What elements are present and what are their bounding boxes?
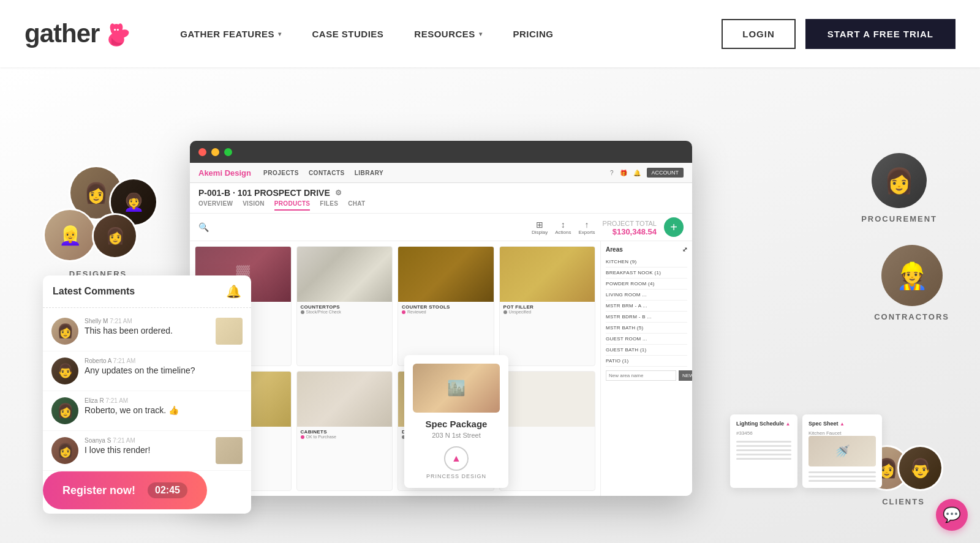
area-item-kitchen[interactable]: KITCHEN (9) bbox=[606, 257, 687, 268]
comment-avatar-1: 👨 bbox=[51, 358, 78, 384]
spec-package-title: Spec Package bbox=[413, 419, 500, 429]
nav-item-features[interactable]: GATHER FEATURES ▾ bbox=[180, 29, 281, 39]
procurement-section: 👩 PROCUREMENT bbox=[861, 153, 937, 223]
display-button[interactable]: ⊞ Display bbox=[532, 220, 548, 235]
bell-icon-comment[interactable]: 🔔 bbox=[226, 284, 241, 299]
spec-sheet-subtitle: Kitchen Faucet bbox=[809, 430, 876, 436]
area-item-mstr-bath[interactable]: MSTR BATH (5) bbox=[606, 323, 687, 334]
contractors-section: 👷 CONTRACTORS bbox=[874, 245, 949, 321]
app-nav-contacts[interactable]: CONTACTS bbox=[309, 170, 345, 176]
product-image-placeholder bbox=[500, 372, 595, 427]
toolbar-right: ⊞ Display ↕ Actions ↑ Exports PROJECT TO… bbox=[532, 217, 684, 237]
product-status-cabinets: OK to Purchase bbox=[301, 435, 389, 439]
project-total: PROJECT TOTAL $130,348.54 bbox=[603, 219, 657, 236]
spec-package-logo: ▲ bbox=[444, 446, 469, 471]
logo[interactable]: gather bbox=[24, 19, 131, 48]
account-button[interactable]: ACCOUNT bbox=[647, 168, 684, 178]
area-item-breakfast[interactable]: BREAKFAST NOOK (1) bbox=[606, 268, 687, 279]
comment-body-3: Soanya S 7:21 AM I love this render! bbox=[85, 437, 150, 455]
nav-item-case-studies[interactable]: CASE STUDIES bbox=[312, 29, 383, 39]
register-button[interactable]: Register now! 02:45 bbox=[43, 471, 207, 509]
search-icon[interactable]: 🔍 bbox=[198, 222, 209, 232]
chat-support-button[interactable]: 💬 bbox=[936, 499, 968, 531]
chevron-down-icon-2: ▾ bbox=[479, 31, 483, 37]
new-area-button[interactable]: NEW bbox=[679, 370, 692, 381]
lighting-schedule-card[interactable]: Lighting Schedule ▲ #33456 bbox=[730, 414, 797, 488]
app-nav-projects[interactable]: PROJECTS bbox=[263, 170, 299, 176]
maximize-dot bbox=[224, 148, 232, 156]
product-card-3[interactable]: POT FILLER Unspecified bbox=[499, 246, 596, 366]
areas-sidebar: Areas ⤢ KITCHEN (9) BREAKFAST NOOK (1) P… bbox=[600, 241, 692, 496]
svg-point-4 bbox=[114, 29, 116, 31]
product-info-placeholder bbox=[500, 427, 595, 432]
product-name-countertops: COUNTERTOPS bbox=[301, 304, 389, 310]
register-label: Register now! bbox=[62, 484, 135, 497]
product-card-5[interactable]: CABINETS OK to Purchase bbox=[296, 371, 393, 491]
settings-icon: ⚙ bbox=[335, 189, 342, 197]
register-timer: 02:45 bbox=[148, 482, 187, 498]
app-header: Akemi Design PROJECTS CONTACTS LIBRARY ?… bbox=[190, 163, 692, 183]
comment-thumbnail-3 bbox=[216, 437, 243, 464]
product-image-stools bbox=[398, 247, 494, 302]
spec-package-image: 🏙️ bbox=[413, 364, 500, 413]
area-item-mstr-a[interactable]: MSTR BRM - A ... bbox=[606, 301, 687, 312]
comment-name-0: Shelly M 7:21 AM bbox=[85, 318, 173, 324]
area-item-patio[interactable]: PATIO (1) bbox=[606, 356, 687, 367]
trial-button[interactable]: START A FREE TRIAL bbox=[805, 19, 956, 49]
tab-vision[interactable]: VISION bbox=[243, 200, 265, 211]
actions-button[interactable]: ↕ Actions bbox=[555, 220, 571, 235]
area-item-powder[interactable]: POWDER ROOM (4) bbox=[606, 279, 687, 290]
chat-icon: 💬 bbox=[943, 506, 961, 523]
tab-files[interactable]: FILES bbox=[320, 200, 338, 211]
project-tabs: OVERVIEW VISION PRODUCTS FILES CHAT bbox=[198, 200, 684, 211]
area-item-mstr-b[interactable]: MSTR BDRM - B ... bbox=[606, 312, 687, 323]
exports-button[interactable]: ↑ Exports bbox=[578, 220, 595, 235]
comment-avatar-2: 👩 bbox=[51, 397, 78, 424]
spec-line-3 bbox=[809, 480, 876, 482]
product-info-cabinets: CABINETS OK to Purchase bbox=[297, 427, 393, 441]
login-button[interactable]: LOGIN bbox=[722, 19, 796, 49]
spec-package-brand: PRINCESS DESIGN bbox=[413, 473, 500, 479]
doc-line-5 bbox=[736, 458, 791, 460]
logo-text: gather bbox=[24, 19, 99, 48]
doc-line-3 bbox=[736, 449, 791, 451]
comment-item-3: 👩 Soanya S 7:21 AM I love this render! bbox=[43, 431, 251, 471]
tab-products[interactable]: PRODUCTS bbox=[274, 200, 311, 211]
product-card-1[interactable]: COUNTERTOPS Stock/Price Check bbox=[296, 246, 393, 366]
tab-overview[interactable]: OVERVIEW bbox=[198, 200, 233, 211]
product-card-2[interactable]: COUNTER STOOLS Reviewed bbox=[398, 246, 494, 366]
area-item-guest-room[interactable]: GUEST ROOM ... bbox=[606, 334, 687, 345]
spec-sheet-card[interactable]: Spec Sheet ▲ Kitchen Faucet 🚿 bbox=[802, 414, 882, 488]
lighting-schedule-number: #33456 bbox=[736, 430, 791, 436]
designers-section: 👩 👩‍🦱 👱‍♀️ 👩 DESIGNERS bbox=[37, 165, 159, 279]
product-card-7[interactable] bbox=[499, 371, 596, 491]
comment-text-2: Roberto, we on track. 👍 bbox=[85, 405, 179, 415]
nav-actions: LOGIN START A FREE TRIAL bbox=[722, 19, 956, 49]
designer-avatar-3: 👱‍♀️ bbox=[43, 208, 97, 262]
app-nav-library[interactable]: LIBRARY bbox=[355, 170, 384, 176]
spec-sheet-title: Spec Sheet ▲ bbox=[809, 421, 876, 427]
product-image-potfiller bbox=[500, 247, 595, 302]
comment-name-2: Eliza R 7:21 AM bbox=[85, 397, 179, 404]
main-nav: GATHER FEATURES ▾ CASE STUDIES RESOURCES… bbox=[180, 29, 722, 39]
procurement-avatar: 👩 bbox=[872, 153, 927, 208]
tab-chat[interactable]: CHAT bbox=[348, 200, 365, 211]
area-name-input[interactable] bbox=[606, 370, 676, 381]
comment-avatar-0: 👩 bbox=[51, 318, 78, 345]
areas-title: Areas ⤢ bbox=[606, 246, 687, 253]
collapse-icon[interactable]: ⤢ bbox=[682, 246, 687, 253]
doc-line-2 bbox=[736, 445, 791, 447]
product-image-cabinets bbox=[297, 372, 393, 427]
nav-item-resources[interactable]: RESOURCES ▾ bbox=[414, 29, 482, 39]
nav-item-pricing[interactable]: PRICING bbox=[513, 29, 553, 39]
comment-text-0: This has been ordered. bbox=[85, 326, 173, 335]
area-item-living[interactable]: LIVING ROOM ... bbox=[606, 290, 687, 301]
area-item-guest-bath[interactable]: GUEST BATH (1) bbox=[606, 345, 687, 356]
comment-thumbnail-0 bbox=[216, 318, 243, 345]
add-product-button[interactable]: + bbox=[664, 217, 684, 237]
comment-item-2: 👩 Eliza R 7:21 AM Roberto, we on track. … bbox=[43, 391, 251, 431]
contractors-avatar: 👷 bbox=[881, 245, 943, 306]
product-status-countertops: Stock/Price Check bbox=[301, 310, 389, 314]
doc-cards: Lighting Schedule ▲ #33456 Spec Sheet ▲ … bbox=[730, 414, 882, 488]
product-info-potfiller: POT FILLER Unspecified bbox=[500, 302, 595, 316]
